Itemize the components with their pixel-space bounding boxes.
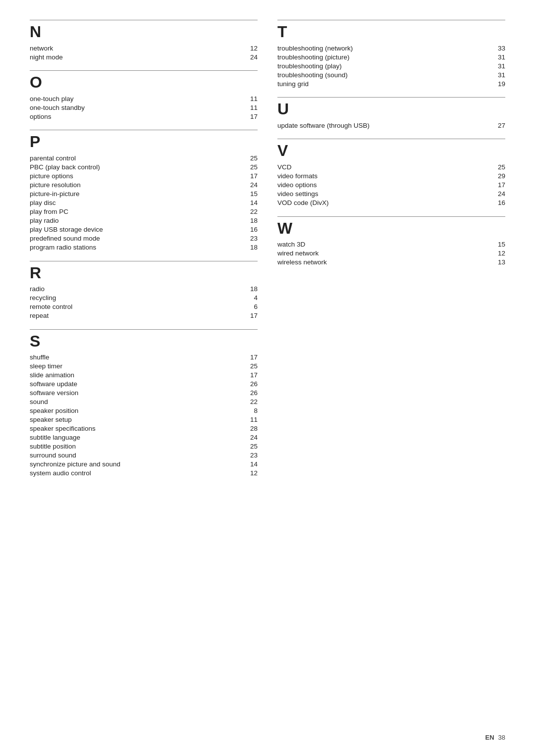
entry-label: night mode: [30, 53, 63, 61]
entry-page: 24: [243, 181, 258, 189]
left-column: Nnetwork12night mode24Oone-touch play11o…: [30, 20, 258, 726]
entry-label: subtitle position: [30, 443, 76, 450]
entry-page: 16: [490, 199, 505, 206]
index-entry: speaker setup11: [30, 415, 258, 424]
page-footer: EN 38: [485, 734, 505, 741]
entry-page: 17: [243, 371, 258, 379]
entry-label: repeat: [30, 312, 49, 319]
entry-page: 31: [490, 62, 505, 70]
entry-label: software version: [30, 389, 78, 397]
index-entry: slide animation17: [30, 371, 258, 380]
index-entry: picture resolution24: [30, 181, 258, 190]
index-entries: update software (through USB)27: [277, 121, 505, 130]
entry-page: 18: [243, 244, 258, 251]
section-letter-o: O: [30, 74, 258, 91]
entry-label: troubleshooting (sound): [277, 71, 348, 79]
entry-page: 25: [243, 443, 258, 450]
index-entry: video formats29: [277, 172, 505, 181]
index-entry: play disc14: [30, 199, 258, 207]
index-entries: network12night mode24: [30, 44, 258, 61]
entry-label: radio: [30, 285, 45, 293]
entry-page: 24: [490, 190, 505, 198]
index-entry: play radio18: [30, 216, 258, 225]
entry-label: options: [30, 113, 52, 120]
index-entry: parental control25: [30, 154, 258, 163]
entry-label: speaker setup: [30, 416, 72, 423]
footer-lang: EN: [485, 734, 494, 741]
section-letter-n: N: [30, 23, 258, 41]
index-entry: night mode24: [30, 52, 258, 61]
entry-page: 18: [243, 285, 258, 293]
entry-page: 22: [243, 208, 258, 215]
entry-page: 18: [243, 217, 258, 224]
index-entries: watch 3D15wired network12wireless networ…: [277, 240, 505, 267]
entry-label: sound: [30, 398, 48, 405]
entry-label: play disc: [30, 199, 56, 206]
entry-page: 26: [243, 389, 258, 397]
index-entry: system audio control12: [30, 469, 258, 478]
entry-page: 23: [243, 452, 258, 459]
entry-label: recycling: [30, 294, 56, 302]
index-entry: update software (through USB)27: [277, 121, 505, 130]
index-entry: troubleshooting (sound)31: [277, 70, 505, 79]
index-entries: troubleshooting (network)33troubleshooti…: [277, 44, 505, 88]
entry-label: synchronize picture and sound: [30, 460, 120, 468]
index-entry: software update26: [30, 380, 258, 389]
entry-label: watch 3D: [277, 241, 305, 248]
entry-label: sleep timer: [30, 362, 62, 370]
entry-label: shuffle: [30, 353, 50, 361]
section-divider: [30, 20, 258, 20]
index-entry: troubleshooting (play)31: [277, 61, 505, 70]
entry-label: play USB storage device: [30, 226, 103, 233]
entry-page: 17: [243, 353, 258, 361]
index-entry: play from PC22: [30, 207, 258, 216]
entry-page: 14: [243, 460, 258, 468]
index-entries: shuffle17sleep timer25slide animation17s…: [30, 353, 258, 478]
index-section: Uupdate software (through USB)27: [277, 97, 505, 135]
entry-page: 15: [490, 241, 505, 248]
index-entry: picture-in-picture15: [30, 190, 258, 199]
index-entry: recycling4: [30, 294, 258, 302]
entry-page: 26: [243, 380, 258, 388]
index-entry: sleep timer25: [30, 362, 258, 371]
entry-label: picture-in-picture: [30, 190, 80, 198]
index-entry: program radio stations18: [30, 243, 258, 252]
index-section: Oone-touch play11one-touch standby11opti…: [30, 70, 258, 126]
index-section: Wwatch 3D15wired network12wireless netwo…: [277, 216, 505, 272]
entry-label: parental control: [30, 154, 76, 162]
index-entry: wireless network13: [277, 258, 505, 267]
entry-label: system audio control: [30, 469, 91, 477]
section-letter-s: S: [30, 333, 258, 350]
entry-page: 28: [243, 425, 258, 432]
index-entries: one-touch play11one-touch standby11optio…: [30, 94, 258, 121]
index-entry: play USB storage device16: [30, 225, 258, 234]
entry-page: 11: [243, 95, 258, 102]
entry-label: one-touch standby: [30, 104, 85, 111]
index-entry: surround sound23: [30, 451, 258, 460]
index-entry: PBC (play back control)25: [30, 163, 258, 172]
entry-label: slide animation: [30, 371, 74, 379]
section-divider: [30, 130, 258, 130]
entry-page: 17: [243, 172, 258, 180]
index-entry: VCD25: [277, 163, 505, 172]
index-entry: network12: [30, 44, 258, 52]
index-entry: shuffle17: [30, 353, 258, 362]
entry-label: play from PC: [30, 208, 68, 215]
section-divider: [277, 20, 505, 20]
entry-page: 33: [490, 45, 505, 52]
entry-page: 25: [490, 163, 505, 171]
entry-page: 25: [243, 362, 258, 370]
index-entries: parental control25PBC (play back control…: [30, 154, 258, 252]
entry-label: VCD: [277, 163, 292, 171]
index-section: Pparental control25PBC (play back contro…: [30, 130, 258, 256]
entry-label: subtitle language: [30, 434, 80, 441]
index-entries: radio18recycling4remote control6repeat17: [30, 285, 258, 320]
index-entries: VCD25video formats29video options17video…: [277, 163, 505, 207]
section-letter-t: T: [277, 23, 505, 41]
entry-page: 24: [243, 434, 258, 441]
index-entry: software version26: [30, 389, 258, 398]
entry-label: video settings: [277, 190, 319, 198]
entry-label: update software (through USB): [277, 122, 370, 129]
entry-label: troubleshooting (picture): [277, 53, 350, 61]
entry-label: program radio stations: [30, 244, 96, 251]
